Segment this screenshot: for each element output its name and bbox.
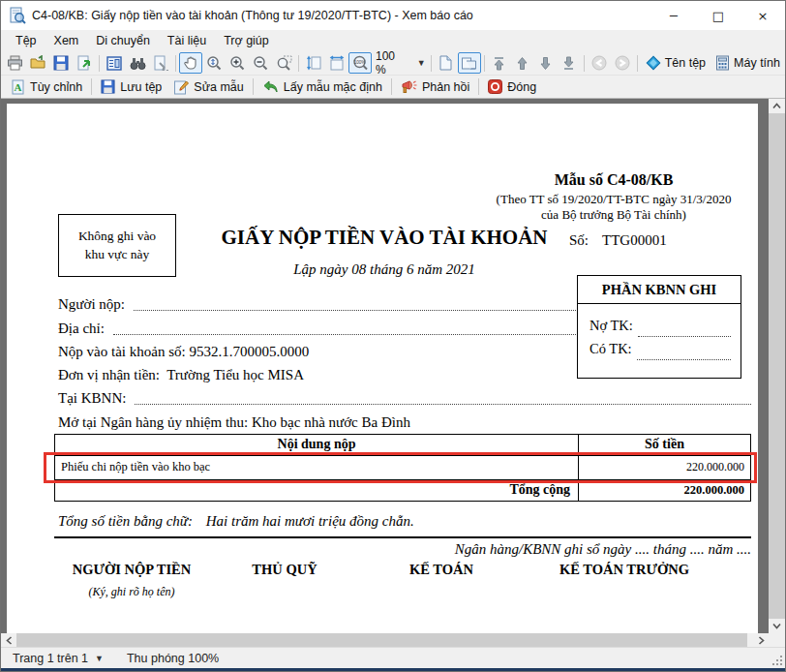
signature-chief-accountant: KẾ TOÁN TRƯỞNG xyxy=(559,562,689,578)
fit-height-button[interactable] xyxy=(302,52,325,74)
scroll-down-button[interactable] xyxy=(769,619,785,633)
open-button[interactable] xyxy=(26,52,49,74)
facing-pages-view-button[interactable] xyxy=(458,52,481,74)
deposit-account-field: Nộp vào tài khoản số: 9532.1.700005.0000 xyxy=(58,339,751,362)
close-button[interactable]: × xyxy=(741,1,785,30)
previous-page-icon xyxy=(516,56,529,71)
scroll-right-button[interactable] xyxy=(753,633,769,647)
save-file-label: Lưu tệp xyxy=(120,80,162,94)
address-label: Địa chỉ: xyxy=(58,321,108,339)
default-template-undo-icon xyxy=(262,80,279,94)
forward-button[interactable] xyxy=(611,52,634,74)
minimize-button[interactable]: ─ xyxy=(651,1,696,30)
calculator-button[interactable]: Máy tính xyxy=(710,54,785,72)
last-page-icon xyxy=(562,56,575,71)
document-number-value: TTG00001 xyxy=(602,232,667,248)
vertical-scrollbar[interactable] xyxy=(769,99,785,647)
page-setup-button[interactable] xyxy=(149,52,172,74)
export-icon xyxy=(76,55,92,71)
ledger-date-line: Ngân hàng/KBNN ghi sổ ngày .... tháng ..… xyxy=(455,541,751,558)
toolbar-separator xyxy=(431,55,432,72)
receiving-unit-label: Đơn vị nhận tiền: xyxy=(58,367,164,385)
maximize-button[interactable]: □ xyxy=(696,1,741,30)
find-button[interactable] xyxy=(126,52,149,74)
menu-xem[interactable]: Xem xyxy=(45,32,88,49)
document-date-line: Lập ngày 08 tháng 6 năm 2021 xyxy=(171,261,597,278)
next-page-button[interactable] xyxy=(534,52,558,74)
menu-tro-giup[interactable]: Trợ giúp xyxy=(215,32,278,49)
zoom-level-value: 100 % xyxy=(376,49,404,76)
previous-page-button[interactable] xyxy=(511,52,534,74)
edit-template-label: Sửa mẫu xyxy=(194,80,243,94)
report-parameters-button[interactable] xyxy=(103,52,126,74)
customize-button[interactable]: A Tùy chỉnh xyxy=(5,77,88,97)
scroll-left-button[interactable] xyxy=(1,633,16,647)
feedback-button[interactable]: Phản hồi xyxy=(395,77,475,96)
highlighted-row-annotation xyxy=(44,452,757,483)
no-write-zone-line1: Không ghi vào xyxy=(78,228,156,245)
first-page-icon xyxy=(493,56,505,71)
zoom-level-combobox[interactable]: 100 % ▼ xyxy=(376,49,426,76)
fit-height-icon xyxy=(306,55,321,71)
signature-note: (Ký, ghi rõ họ tên) xyxy=(89,585,175,599)
hand-pan-icon xyxy=(184,55,198,71)
page-indicator-text: Trang 1 trên 1 xyxy=(13,652,88,665)
document-number: Số:TTG00001 xyxy=(569,232,667,249)
vertical-scroll-thumb[interactable] xyxy=(769,113,785,619)
window-bottom-border xyxy=(1,668,785,671)
back-icon xyxy=(591,55,607,71)
export-button[interactable] xyxy=(73,52,96,74)
page-indicator-dropdown[interactable]: Trang 1 trên 1 ▼ xyxy=(1,652,113,665)
first-page-button[interactable] xyxy=(488,52,511,74)
close-report-button[interactable]: Đóng xyxy=(482,77,542,96)
receiving-unit-field: Đơn vị nhận tiền: Trường Tiểu học MISA xyxy=(58,362,751,385)
zoom-dynamic-button[interactable] xyxy=(202,52,226,74)
scroll-up-button[interactable] xyxy=(769,99,785,113)
toolbar-separator xyxy=(175,55,176,72)
print-button[interactable] xyxy=(3,52,26,74)
file-name-button[interactable]: Tên tệp xyxy=(641,54,710,72)
calculator-label: Máy tính xyxy=(734,56,780,70)
status-bar: Trang 1 trên 1 ▼ Thu phóng 100% xyxy=(1,647,785,668)
customize-icon: A xyxy=(11,79,25,95)
zoom-out-button[interactable] xyxy=(249,52,272,74)
back-button[interactable] xyxy=(588,52,611,74)
total-amount: 220.000.000 xyxy=(578,480,750,501)
save-file-button[interactable]: Lưu tệp xyxy=(95,77,167,96)
menu-di-chuyen[interactable]: Di chuyển xyxy=(87,32,159,49)
scroll-left-icon xyxy=(6,636,13,645)
default-template-button[interactable]: Lấy mẫu mặc định xyxy=(257,78,388,96)
zoom-in-button[interactable] xyxy=(226,52,249,74)
zoom-100-button[interactable]: 100% xyxy=(348,52,372,74)
toolbar-separator xyxy=(484,55,485,72)
pan-tool-button[interactable] xyxy=(179,52,202,74)
signature-cashier: THỦ QUỸ xyxy=(252,562,317,578)
save-icon xyxy=(53,55,69,71)
menu-tep[interactable]: Tệp xyxy=(7,32,45,49)
title-bar: C4-08/KB: Giấy nộp tiền vào tài khoản (T… xyxy=(1,1,785,30)
amount-in-words-label: Tổng số tiền bằng chữ: xyxy=(58,513,193,529)
signature-accountant: KẾ TOÁN xyxy=(409,562,473,578)
open-folder-icon xyxy=(30,55,46,71)
last-page-button[interactable] xyxy=(558,52,581,74)
form-number-subtitle-2: của Bộ trưởng Bộ Tài chính) xyxy=(469,207,758,223)
zoom-region-icon xyxy=(276,55,292,71)
horizontal-scroll-thumb[interactable] xyxy=(16,633,747,647)
save-button[interactable] xyxy=(49,52,73,74)
fit-width-button[interactable] xyxy=(325,52,348,74)
resize-grip[interactable] xyxy=(772,656,783,666)
page-dropdown-caret-icon: ▼ xyxy=(95,654,104,663)
zoom-region-button[interactable] xyxy=(272,52,295,74)
next-page-icon xyxy=(539,56,552,71)
address-dotted-line xyxy=(113,334,576,335)
print-icon xyxy=(7,55,23,71)
horizontal-scrollbar[interactable] xyxy=(1,633,769,647)
receiving-unit-value: Trường Tiểu học MISA xyxy=(164,367,304,385)
edit-template-button[interactable]: Sửa mẫu xyxy=(167,77,249,97)
signature-divider-line xyxy=(54,536,751,538)
single-page-view-button[interactable] xyxy=(435,52,458,74)
menu-tai-lieu[interactable]: Tài liệu xyxy=(159,32,215,49)
document-area: Mẫu số C4-08/KB (Theo TT số 19/2020/TT-B… xyxy=(1,99,785,647)
save-file-icon xyxy=(101,79,115,94)
toolbar-separator xyxy=(391,78,392,95)
